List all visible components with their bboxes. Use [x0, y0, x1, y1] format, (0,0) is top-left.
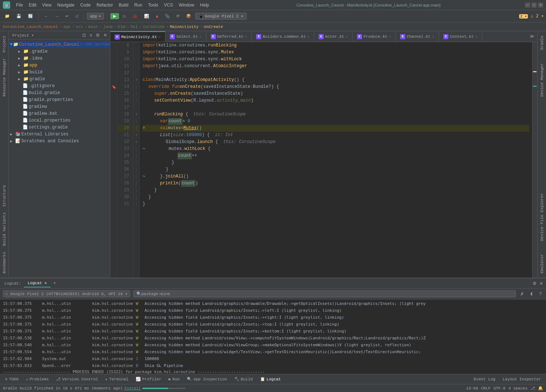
- cursor-position[interactable]: 13:68: [466, 386, 478, 391]
- logcat-tab[interactable]: Logcat ✕: [24, 279, 50, 287]
- save-button[interactable]: 💾: [14, 13, 24, 20]
- footer-tab-logcat[interactable]: 📋 Logcat: [256, 375, 285, 383]
- warning-badge[interactable]: 2 ▾: [519, 14, 528, 19]
- close-button[interactable]: ✕: [538, 3, 543, 8]
- line-endings[interactable]: CRLF: [481, 386, 490, 391]
- tree-item-settings-gradle[interactable]: 📄 settings.gradle: [9, 124, 110, 131]
- footer-tab-app-inspection[interactable]: 🔍 App Inspection: [183, 375, 230, 383]
- tree-item-gradle-props[interactable]: 📄 gradle.properties: [9, 96, 110, 103]
- menu-view[interactable]: View: [39, 2, 54, 8]
- sidebar-settings-btn[interactable]: ⚙: [94, 32, 101, 38]
- menu-refactor[interactable]: Refactor: [94, 2, 116, 8]
- code-editor[interactable]: 🔖: [110, 42, 537, 278]
- menu-vcs[interactable]: VCS: [161, 2, 176, 8]
- build-variants-tab[interactable]: Build Variants: [1, 209, 8, 249]
- project-tab[interactable]: Project: [1, 33, 8, 55]
- gradle-tab[interactable]: Gradle: [538, 33, 546, 53]
- bookmarks-tab[interactable]: Bookmarks: [1, 249, 8, 276]
- tab-actor[interactable]: K Actor.kt ✕: [314, 31, 353, 42]
- tab-builders-close[interactable]: ✕: [307, 34, 309, 39]
- tree-item-root[interactable]: ▼ 📁 Coroutine_Launch_Cancel Y:\002_WorkS…: [9, 41, 110, 48]
- tree-item-gradle[interactable]: ▶ 📁 .gradle: [9, 48, 110, 55]
- tab-actor-close[interactable]: ✕: [346, 34, 348, 39]
- tab-mainactivity-close[interactable]: ✕: [159, 35, 161, 39]
- footer-tab-profiler[interactable]: 📈 Profiler: [132, 375, 165, 383]
- logcat-scroll-btn[interactable]: ⬇: [528, 291, 535, 297]
- tab-context[interactable]: K Context.kt ✕: [439, 31, 482, 42]
- tree-item-gradlew-bat[interactable]: 📄 gradlew.bat: [9, 110, 110, 117]
- device-manager-tab[interactable]: Device Manager: [538, 60, 546, 99]
- resource-manager-tab[interactable]: Resource Manager: [1, 55, 8, 99]
- tree-item-idea[interactable]: ▶ 📁 .idea: [9, 55, 110, 62]
- breadcrumb-src[interactable]: src: [76, 25, 83, 29]
- scroll-indicator[interactable]: [532, 42, 537, 278]
- footer-tab-build[interactable]: 🔨 Build: [231, 375, 256, 383]
- build-apk-button[interactable]: 📦: [184, 13, 194, 20]
- footer-tab-event-log[interactable]: Event Log: [470, 376, 499, 383]
- tabs-overflow-button[interactable]: ≫: [527, 32, 537, 41]
- menu-navigate[interactable]: Navigate: [54, 2, 77, 8]
- undo-button[interactable]: ↩: [63, 13, 71, 20]
- breadcrumb-project[interactable]: Coroutine_Launch_Cancel: [3, 25, 58, 29]
- sync-button[interactable]: 🔄: [25, 13, 36, 20]
- menu-file[interactable]: File: [13, 2, 26, 8]
- tree-item-gradle-dir[interactable]: ▶ 📁 gradle: [9, 75, 110, 82]
- footer-tab-run[interactable]: ▶ Run: [165, 375, 183, 383]
- tab-select[interactable]: K Select.kt ✕: [165, 31, 206, 42]
- charset[interactable]: UTF-8: [493, 386, 505, 391]
- tab-channel[interactable]: K Channel.kt ✕: [396, 31, 439, 42]
- maximize-button[interactable]: □: [531, 3, 537, 8]
- logcat-clear-btn[interactable]: ✗: [519, 291, 525, 297]
- footer-tab-todo[interactable]: ≡ TODO: [1, 376, 22, 383]
- open-folder-button[interactable]: 📁: [2, 13, 12, 20]
- menu-help[interactable]: Help: [197, 2, 212, 8]
- tab-produce[interactable]: K Produce.kt ✕: [353, 31, 396, 42]
- run-config-button[interactable]: ▷: [120, 13, 128, 20]
- tree-item-local-props[interactable]: 📄 local.properties: [9, 117, 110, 124]
- breadcrumb-java[interactable]: java: [103, 25, 112, 29]
- logcat-settings-btn[interactable]: ⚙: [531, 280, 538, 287]
- tab-deferred-close[interactable]: ✕: [245, 34, 247, 39]
- tab-mainactivity[interactable]: K MainActivity.kt ✕: [110, 31, 165, 42]
- menu-run[interactable]: Run: [131, 2, 145, 8]
- tree-item-gradlew[interactable]: 📄 gradlew: [9, 103, 110, 110]
- breadcrumb-main[interactable]: main: [88, 25, 98, 29]
- logcat-close-btn[interactable]: ✕: [538, 280, 545, 287]
- warning-expand[interactable]: ⚠ 2 ▾: [531, 13, 544, 19]
- tab-context-close[interactable]: ✕: [475, 34, 477, 39]
- sync2-button[interactable]: ⟳: [174, 13, 182, 20]
- footer-tab-problems[interactable]: ⚠ Problems: [22, 375, 52, 383]
- back-button[interactable]: ←: [42, 13, 51, 20]
- minimize-button[interactable]: ─: [525, 3, 530, 8]
- tab-builders[interactable]: K Builders.common.kt ✕: [252, 31, 314, 42]
- nav-back-button[interactable]: ◁: [73, 13, 81, 20]
- sidebar-expand-btn[interactable]: ≡: [88, 32, 94, 38]
- tab-select-close[interactable]: ✕: [199, 34, 201, 39]
- menu-edit[interactable]: Edit: [26, 2, 39, 8]
- breadcrumb-hsl[interactable]: hsl: [131, 25, 138, 29]
- tree-item-gitignore[interactable]: 📄 .gitignore: [9, 82, 110, 89]
- sidebar-close-btn[interactable]: ✕: [102, 32, 108, 38]
- tab-deferred[interactable]: K Deferred.kt ✕: [206, 31, 252, 42]
- menu-tools[interactable]: Tools: [145, 2, 161, 8]
- tree-item-build-gradle[interactable]: 📄 build.gradle: [9, 89, 110, 96]
- profile-button[interactable]: 📊: [141, 13, 152, 20]
- breadcrumb-coroutine[interactable]: coroutine: [143, 25, 164, 29]
- footer-tab-layout-inspector[interactable]: Layout Inspector: [499, 376, 545, 383]
- status-action[interactable]: Install: [124, 386, 141, 391]
- breadcrumb-kim[interactable]: kim: [118, 25, 125, 29]
- menu-window[interactable]: Window: [176, 2, 197, 8]
- stop-button[interactable]: ■: [153, 13, 161, 20]
- logcat-help-btn[interactable]: ?: [538, 291, 543, 297]
- breadcrumb-mainactivity[interactable]: MainActivity: [170, 25, 198, 29]
- structure-tab[interactable]: Structure: [1, 182, 8, 209]
- attach-button[interactable]: 📎: [162, 13, 172, 20]
- sidebar-collapse-btn[interactable]: ⊡: [81, 32, 87, 38]
- add-logcat-tab[interactable]: +: [50, 279, 59, 287]
- logcat-device-selector[interactable]: ☐ Google Pixel 2 (HT7BV1A02915) Android …: [3, 290, 130, 297]
- tab-channel-close[interactable]: ✕: [432, 34, 434, 39]
- app-selector[interactable]: app ▾: [87, 13, 104, 20]
- indent[interactable]: 4 spaces: [508, 386, 527, 391]
- emulator-tab[interactable]: Emulator: [538, 251, 546, 276]
- device-selector[interactable]: 📱 Google Pixel 2 ▾: [195, 13, 247, 20]
